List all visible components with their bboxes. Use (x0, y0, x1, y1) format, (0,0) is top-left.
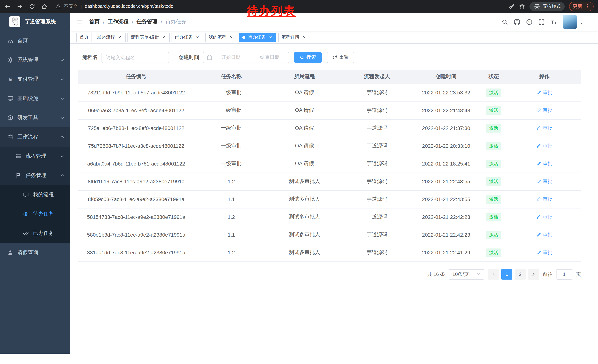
approve-link[interactable]: 审批 (537, 178, 552, 185)
tab-done-tasks[interactable]: 已办任务× (172, 32, 203, 42)
tab-home[interactable]: 首页 (76, 32, 92, 42)
page-size-select[interactable]: 10条/页 (449, 269, 484, 279)
sidebar-item-process-mgmt[interactable]: 流程管理 (0, 147, 70, 166)
tab-my-process[interactable]: 我的流程× (205, 32, 237, 42)
user-avatar-menu[interactable] (563, 15, 583, 29)
search-icon[interactable] (502, 19, 508, 25)
help-icon[interactable]: ? (526, 19, 532, 25)
sidebar-item-leave-query[interactable]: 请假查询 (0, 243, 70, 262)
browser-nav (4, 3, 47, 9)
approve-link[interactable]: 审批 (537, 143, 552, 149)
cell-initiator: 芋道源码 (341, 84, 413, 101)
star-icon[interactable] (519, 3, 525, 9)
goto-page-input[interactable] (556, 269, 573, 279)
sidebar-item-label: 我的流程 (33, 191, 54, 198)
table-row: 73211d9d-7b9b-11ec-b5b7-acde48001122一级审批… (78, 84, 581, 101)
sidebar-item-my-process[interactable]: 我的流程 (0, 185, 70, 204)
prev-page-button[interactable] (488, 269, 499, 279)
close-icon[interactable]: × (195, 35, 200, 40)
cell-action: 审批 (508, 173, 581, 190)
table-row: 8f0d1619-7ac8-11ec-a9e2-a2380e71991a1.2测… (78, 173, 581, 190)
calendar-icon (207, 55, 212, 60)
process-name-label: 流程名 (82, 54, 98, 61)
user-icon (8, 250, 13, 256)
sidebar-item-label: 任务管理 (25, 172, 46, 179)
sidebar-item-workflow[interactable]: 工作流程 (0, 127, 70, 147)
page-button-2[interactable]: 2 (515, 269, 526, 279)
browser-window: 不安全 | dashboard.yudao.iocoder.cn/bpm/tas… (0, 0, 598, 364)
cell-action: 审批 (508, 190, 581, 208)
approve-link[interactable]: 审批 (537, 107, 552, 114)
approve-link[interactable]: 审批 (537, 249, 552, 256)
breadcrumb-item[interactable]: 工作流程 (108, 18, 129, 25)
search-button[interactable]: 搜索 (294, 52, 322, 63)
forward-icon[interactable] (17, 3, 23, 9)
key-icon[interactable] (509, 3, 515, 9)
cell-process: 测试多审批人 (268, 226, 341, 244)
next-page-button[interactable] (528, 269, 539, 279)
refresh-icon (332, 55, 337, 60)
svg-text:?: ? (528, 20, 530, 24)
chevron-down-icon (60, 96, 65, 101)
close-icon[interactable]: × (229, 35, 234, 40)
table-row: 725a1eb6-7b88-11ec-8ef0-acde48001122一级审批… (78, 119, 581, 137)
process-name-input[interactable] (101, 52, 169, 63)
cell-status: 激活 (479, 173, 508, 190)
date-range-picker[interactable]: 开始日期 - 结束日期 (203, 52, 289, 63)
address-divider: | (81, 4, 82, 9)
page-button-1[interactable]: 1 (501, 269, 512, 279)
tab-process-detail[interactable]: 流程详情× (278, 32, 310, 42)
close-icon[interactable]: × (117, 35, 122, 40)
tab-label: 待办任务 (248, 34, 266, 40)
fullscreen-icon[interactable] (538, 19, 545, 25)
tab-label: 发起流程 (97, 34, 115, 40)
approve-link[interactable]: 审批 (537, 160, 552, 167)
sidebar-toggle-icon[interactable] (76, 18, 83, 25)
address-bar[interactable]: 不安全 | dashboard.yudao.iocoder.cn/bpm/tas… (56, 3, 173, 9)
breadcrumb-item[interactable]: 任务管理 (137, 18, 158, 25)
sidebar-item-devtools[interactable]: 研发工具 (0, 108, 70, 127)
edit-icon (537, 161, 541, 166)
reload-icon[interactable] (29, 3, 35, 9)
approve-link[interactable]: 审批 (537, 125, 552, 131)
cell-action: 审批 (508, 119, 581, 137)
home-icon[interactable] (41, 3, 47, 9)
approve-link[interactable]: 审批 (537, 196, 552, 202)
tab-start-process[interactable]: 发起流程× (94, 32, 126, 42)
cell-task_id: 381aa1dd-7ac8-11ec-a9e2-a2380e71991a (78, 244, 194, 261)
approve-link[interactable]: 审批 (537, 214, 552, 220)
breadcrumb-separator: / (132, 19, 133, 25)
sidebar-item-system[interactable]: 系统管理 (0, 50, 70, 70)
cell-task_name: 一级审批 (194, 155, 268, 173)
breadcrumb-item[interactable]: 首页 (89, 18, 100, 25)
close-icon[interactable]: × (268, 35, 273, 40)
cell-task_id: 75d72608-7b7f-11ec-a3c8-acde48001122 (78, 137, 194, 155)
sidebar-item-done-task[interactable]: 已办任务 (0, 224, 70, 243)
github-icon[interactable] (514, 19, 520, 25)
approve-link[interactable]: 审批 (537, 89, 552, 96)
close-icon[interactable]: × (302, 35, 307, 40)
cell-process: 测试多审批人 (268, 190, 341, 208)
goto-suffix: 页 (576, 271, 581, 277)
sidebar-item-todo-task[interactable]: 待办任务 (0, 204, 70, 224)
sidebar-item-payment[interactable]: ¥支付管理 (0, 70, 70, 89)
font-size-icon[interactable]: TT (551, 19, 557, 25)
menu-dots-icon[interactable] (585, 4, 590, 9)
box-icon (8, 115, 13, 121)
filter-bar: 流程名 创建时间 开始日期 - 结束日期 搜索 重 (78, 52, 581, 63)
sidebar-item-home[interactable]: 首页 (0, 31, 70, 50)
yen-icon: ¥ (8, 76, 13, 82)
sidebar-item-task-mgmt[interactable]: 任务管理 (0, 166, 70, 185)
approve-link[interactable]: 审批 (537, 231, 552, 238)
app-logo[interactable]: 芋道管理系统 (0, 13, 70, 31)
reset-button[interactable]: 重置 (327, 52, 354, 63)
tab-form-edit[interactable]: 流程表单-编辑× (127, 32, 170, 42)
back-icon[interactable] (4, 3, 11, 9)
sidebar-item-infrastructure[interactable]: 基础设施 (0, 89, 70, 108)
tab-todo-tasks[interactable]: 待办任务× (239, 32, 276, 42)
close-icon[interactable]: × (161, 35, 166, 40)
caret-down-icon (580, 20, 583, 24)
update-button[interactable]: 更新 (569, 2, 594, 11)
search-label: 搜索 (307, 54, 316, 61)
sidebar-menu: 首页系统管理¥支付管理基础设施研发工具工作流程流程管理任务管理我的流程待办任务已… (0, 31, 70, 262)
